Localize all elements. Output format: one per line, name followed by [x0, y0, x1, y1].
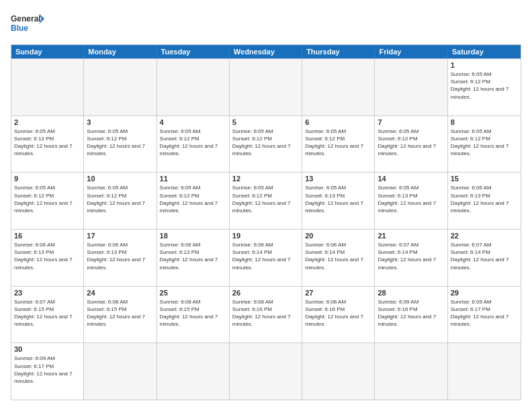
calendar-cell: 12Sunrise: 6:05 AM Sunset: 6:12 PM Dayli… [230, 173, 302, 229]
day-number: 27 [305, 289, 371, 297]
day-info: Sunrise: 6:05 AM Sunset: 6:12 PM Dayligh… [87, 184, 153, 214]
header-day-friday: Friday [375, 45, 447, 58]
calendar-cell: 29Sunrise: 6:09 AM Sunset: 6:17 PM Dayli… [448, 287, 521, 343]
day-info: Sunrise: 6:09 AM Sunset: 6:17 PM Dayligh… [451, 298, 518, 328]
calendar-cell [157, 59, 230, 116]
day-number: 12 [232, 175, 299, 183]
day-number: 25 [160, 289, 226, 297]
day-number: 16 [14, 232, 81, 240]
calendar-cell [375, 343, 447, 400]
day-info: Sunrise: 6:06 AM Sunset: 6:13 PM Dayligh… [87, 241, 153, 271]
day-info: Sunrise: 6:05 AM Sunset: 6:13 PM Dayligh… [378, 184, 444, 214]
calendar-cell: 22Sunrise: 6:07 AM Sunset: 6:14 PM Dayli… [448, 230, 521, 286]
day-number: 14 [378, 175, 444, 183]
calendar-cell: 8Sunrise: 6:05 AM Sunset: 6:12 PM Daylig… [448, 116, 521, 173]
day-info: Sunrise: 6:06 AM Sunset: 6:13 PM Dayligh… [160, 241, 226, 271]
calendar-cell: 16Sunrise: 6:06 AM Sunset: 6:13 PM Dayli… [11, 230, 84, 286]
calendar-cell: 25Sunrise: 6:08 AM Sunset: 6:15 PM Dayli… [157, 287, 230, 343]
day-number: 4 [160, 118, 226, 126]
day-info: Sunrise: 6:06 AM Sunset: 6:14 PM Dayligh… [232, 241, 299, 271]
calendar: SundayMondayTuesdayWednesdayThursdayFrid… [11, 44, 521, 400]
day-number: 21 [378, 232, 444, 240]
svg-text:General: General [11, 14, 41, 24]
calendar-cell: 1Sunrise: 6:05 AM Sunset: 6:12 PM Daylig… [448, 59, 521, 116]
day-info: Sunrise: 6:05 AM Sunset: 6:12 PM Dayligh… [160, 128, 226, 158]
day-number: 30 [14, 345, 81, 353]
calendar-cell: 7Sunrise: 6:05 AM Sunset: 6:12 PM Daylig… [375, 116, 447, 173]
calendar-cell: 11Sunrise: 6:05 AM Sunset: 6:12 PM Dayli… [157, 173, 230, 229]
day-number: 26 [232, 289, 299, 297]
day-number: 15 [451, 175, 518, 183]
day-number: 19 [232, 232, 299, 240]
day-number: 3 [87, 118, 153, 126]
calendar-cell: 4Sunrise: 6:05 AM Sunset: 6:12 PM Daylig… [157, 116, 230, 173]
calendar-cell: 19Sunrise: 6:06 AM Sunset: 6:14 PM Dayli… [230, 230, 302, 286]
day-number: 11 [160, 175, 226, 183]
calendar-row-5: 30Sunrise: 6:09 AM Sunset: 6:17 PM Dayli… [11, 342, 521, 400]
calendar-cell [230, 59, 302, 116]
day-info: Sunrise: 6:05 AM Sunset: 6:12 PM Dayligh… [14, 128, 81, 158]
calendar-cell: 27Sunrise: 6:08 AM Sunset: 6:16 PM Dayli… [302, 287, 375, 343]
calendar-cell [302, 59, 375, 116]
calendar-cell [230, 343, 302, 400]
calendar-cell: 9Sunrise: 6:05 AM Sunset: 6:12 PM Daylig… [11, 173, 84, 229]
calendar-row-4: 23Sunrise: 6:07 AM Sunset: 6:15 PM Dayli… [11, 286, 521, 343]
day-info: Sunrise: 6:05 AM Sunset: 6:12 PM Dayligh… [451, 71, 518, 101]
header-day-thursday: Thursday [302, 45, 375, 58]
calendar-cell [84, 343, 157, 400]
calendar-cell: 10Sunrise: 6:05 AM Sunset: 6:12 PM Dayli… [84, 173, 157, 229]
logo: General Blue [11, 11, 44, 38]
day-info: Sunrise: 6:08 AM Sunset: 6:15 PM Dayligh… [160, 298, 226, 328]
calendar-header: SundayMondayTuesdayWednesdayThursdayFrid… [11, 45, 521, 58]
day-info: Sunrise: 6:09 AM Sunset: 6:17 PM Dayligh… [14, 355, 81, 385]
day-info: Sunrise: 6:07 AM Sunset: 6:14 PM Dayligh… [378, 241, 444, 271]
day-info: Sunrise: 6:05 AM Sunset: 6:13 PM Dayligh… [305, 184, 371, 214]
day-number: 23 [14, 289, 81, 297]
day-info: Sunrise: 6:06 AM Sunset: 6:13 PM Dayligh… [14, 241, 81, 271]
calendar-cell: 6Sunrise: 6:05 AM Sunset: 6:12 PM Daylig… [302, 116, 375, 173]
header-day-sunday: Sunday [11, 45, 84, 58]
calendar-cell: 21Sunrise: 6:07 AM Sunset: 6:14 PM Dayli… [375, 230, 447, 286]
day-info: Sunrise: 6:06 AM Sunset: 6:14 PM Dayligh… [305, 241, 371, 271]
day-number: 10 [87, 175, 153, 183]
day-info: Sunrise: 6:07 AM Sunset: 6:15 PM Dayligh… [14, 298, 81, 328]
calendar-row-0: 1Sunrise: 6:05 AM Sunset: 6:12 PM Daylig… [11, 58, 521, 116]
svg-text:Blue: Blue [11, 24, 28, 33]
calendar-cell: 18Sunrise: 6:06 AM Sunset: 6:13 PM Dayli… [157, 230, 230, 286]
header-day-tuesday: Tuesday [157, 45, 230, 58]
day-number: 9 [14, 175, 81, 183]
calendar-cell: 13Sunrise: 6:05 AM Sunset: 6:13 PM Dayli… [302, 173, 375, 229]
day-number: 18 [160, 232, 226, 240]
calendar-cell [84, 59, 157, 116]
day-info: Sunrise: 6:08 AM Sunset: 6:16 PM Dayligh… [232, 298, 299, 328]
calendar-cell: 23Sunrise: 6:07 AM Sunset: 6:15 PM Dayli… [11, 287, 84, 343]
day-number: 24 [87, 289, 153, 297]
day-info: Sunrise: 6:08 AM Sunset: 6:15 PM Dayligh… [87, 298, 153, 328]
calendar-cell: 5Sunrise: 6:05 AM Sunset: 6:12 PM Daylig… [230, 116, 302, 173]
day-info: Sunrise: 6:05 AM Sunset: 6:12 PM Dayligh… [451, 128, 518, 158]
calendar-cell: 17Sunrise: 6:06 AM Sunset: 6:13 PM Dayli… [84, 230, 157, 286]
day-info: Sunrise: 6:05 AM Sunset: 6:12 PM Dayligh… [160, 184, 226, 214]
calendar-cell: 14Sunrise: 6:05 AM Sunset: 6:13 PM Dayli… [375, 173, 447, 229]
day-info: Sunrise: 6:05 AM Sunset: 6:12 PM Dayligh… [232, 184, 299, 214]
header-day-monday: Monday [84, 45, 157, 58]
day-number: 22 [451, 232, 518, 240]
calendar-row-1: 2Sunrise: 6:05 AM Sunset: 6:12 PM Daylig… [11, 116, 521, 173]
calendar-cell: 2Sunrise: 6:05 AM Sunset: 6:12 PM Daylig… [11, 116, 84, 173]
calendar-cell: 15Sunrise: 6:06 AM Sunset: 6:13 PM Dayli… [448, 173, 521, 229]
page-header: General Blue [11, 11, 521, 38]
day-number: 17 [87, 232, 153, 240]
day-info: Sunrise: 6:05 AM Sunset: 6:12 PM Dayligh… [14, 184, 81, 214]
day-number: 5 [232, 118, 299, 126]
calendar-row-3: 16Sunrise: 6:06 AM Sunset: 6:13 PM Dayli… [11, 229, 521, 286]
day-number: 1 [451, 61, 518, 69]
calendar-cell [157, 343, 230, 400]
calendar-cell [302, 343, 375, 400]
calendar-body: 1Sunrise: 6:05 AM Sunset: 6:12 PM Daylig… [11, 58, 521, 400]
day-info: Sunrise: 6:05 AM Sunset: 6:12 PM Dayligh… [378, 128, 444, 158]
calendar-cell [375, 59, 447, 116]
day-number: 29 [451, 289, 518, 297]
day-info: Sunrise: 6:07 AM Sunset: 6:14 PM Dayligh… [451, 241, 518, 271]
day-number: 8 [451, 118, 518, 126]
day-info: Sunrise: 6:09 AM Sunset: 6:16 PM Dayligh… [378, 298, 444, 328]
